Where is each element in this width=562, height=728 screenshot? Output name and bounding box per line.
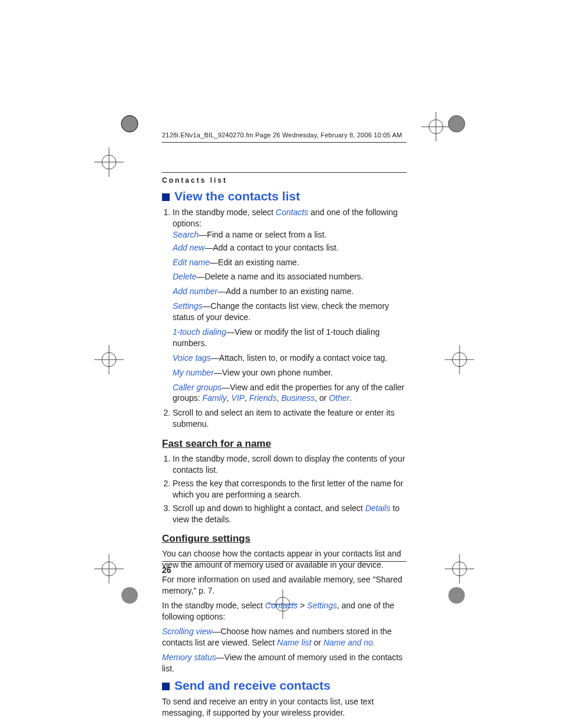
- section-header: Contacts list: [162, 176, 406, 185]
- square-bullet-icon: [162, 193, 170, 201]
- body-text: For more information on used and availab…: [162, 574, 406, 597]
- list-item: Scroll to and select an item to activate…: [173, 407, 406, 430]
- registration-mark-icon: [445, 112, 468, 136]
- registration-mark-icon: [94, 147, 124, 177]
- option-line: Search—Find a name or select from a list…: [173, 229, 406, 241]
- section2-steps: In the standby mode, scroll down to disp…: [173, 453, 406, 525]
- option-line: My number—View your own phone number.: [173, 367, 406, 378]
- body-text: To send and receive an entry in your con…: [162, 696, 406, 719]
- svg-point-21: [121, 587, 138, 604]
- svg-point-25: [448, 587, 465, 604]
- body-text: In the standby mode, select Contacts > S…: [162, 600, 406, 622]
- doc-header-line: 2128i.ENv1a_BIL_9240270.fm Page 26 Wedne…: [162, 131, 406, 143]
- heading-view-contacts: View the contacts list: [162, 189, 406, 203]
- link-contacts: Contacts: [276, 207, 308, 217]
- option-line: Add new—Add a contact to your contacts l…: [173, 242, 406, 253]
- option-line: Memory status—View the amount of memory …: [162, 652, 406, 674]
- list-item: In the standby mode, scroll down to disp…: [173, 453, 406, 476]
- heading-send-receive: Send and receive contacts: [162, 678, 406, 693]
- page-content: 2128i.ENv1a_BIL_9240270.fm Page 26 Wedne…: [162, 131, 406, 722]
- registration-mark-icon: [118, 584, 141, 607]
- square-bullet-icon: [162, 683, 170, 690]
- option-line: Edit name—Edit an existing name.: [173, 257, 406, 268]
- option-line: Settings—Change the contacts list view, …: [173, 301, 406, 323]
- option-line: Scrolling view—Choose how names and numb…: [162, 626, 406, 648]
- registration-mark-icon: [94, 345, 124, 374]
- svg-point-8: [448, 116, 465, 132]
- option-line: 1-touch dialing—View or modify the list …: [173, 327, 406, 349]
- registration-mark-icon: [445, 345, 474, 374]
- heading-fast-search: Fast search for a name: [162, 438, 406, 450]
- page-number: 26: [162, 561, 406, 575]
- option-line: Delete—Delete a name and its associated …: [173, 271, 406, 282]
- list-item: Press the key that corresponds to the fi…: [173, 478, 406, 500]
- heading-text: Send and receive contacts: [174, 678, 330, 692]
- option-line: Add number—Add a number to an existing n…: [173, 286, 406, 297]
- registration-mark-icon: [445, 554, 474, 584]
- heading-text: View the contacts list: [174, 189, 300, 203]
- option-line: Voice tags—Attach, listen to, or modify …: [173, 353, 406, 364]
- registration-mark-icon: [118, 112, 141, 136]
- section1-steps: In the standby mode, select Contacts and…: [173, 207, 406, 430]
- registration-mark-icon: [445, 584, 468, 607]
- rule: [162, 172, 406, 173]
- list-item: In the standby mode, select Contacts and…: [173, 207, 406, 404]
- registration-mark-icon: [94, 554, 124, 584]
- list-item: Scroll up and down to highlight a contac…: [173, 503, 406, 525]
- option-line-caller-groups: Caller groups—View and edit the properti…: [173, 382, 406, 404]
- heading-configure-settings: Configure settings: [162, 533, 406, 545]
